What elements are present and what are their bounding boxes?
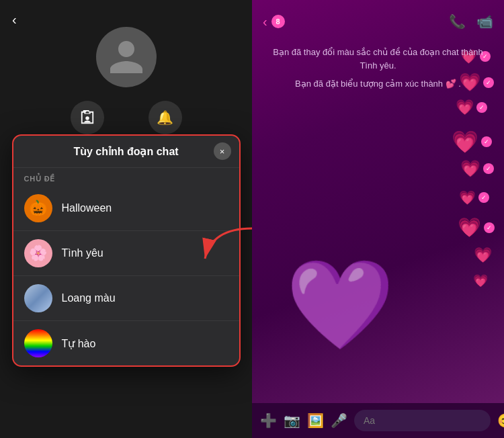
mic-icon[interactable]: 🎤 <box>331 412 347 429</box>
halloween-icon: 🎃 <box>24 194 52 222</box>
heart-6: 💗 ✓ <box>459 189 489 206</box>
modal-title: Tùy chỉnh đoạn chat <box>73 145 178 158</box>
avatar <box>96 27 157 87</box>
left-panel: ‹ Trang cá nhân 🔔 Tắt thông báo Ch... Tù… <box>0 0 252 438</box>
big-heart-decoration: 💜 <box>286 254 394 356</box>
photo-icon[interactable]: 🖼️ <box>307 412 324 429</box>
header-left: ‹ 8 <box>263 14 285 30</box>
tu-hao-icon <box>24 329 52 357</box>
right-back-button[interactable]: ‹ <box>263 14 267 30</box>
heart-9: 💗 <box>473 273 488 288</box>
loang-mau-icon <box>24 284 52 312</box>
system-message-1: Bạn đã thay đổi màu sắc chủ đề của đoạn … <box>265 46 491 72</box>
profile-icon <box>71 101 104 134</box>
right-panel: ‹ 8 📞 📹 Bạn đã thay đổi màu sắc chủ đề c… <box>252 0 504 438</box>
heart-7: 💗 ✓ <box>458 216 495 238</box>
modal-header: Tùy chỉnh đoạn chat × <box>13 136 239 168</box>
section-label: CHỦ ĐỀ <box>13 168 239 186</box>
modal-close-button[interactable]: × <box>214 142 231 160</box>
header-icons: 📞 📹 <box>449 13 493 30</box>
video-icon[interactable]: 📹 <box>476 13 493 30</box>
camera-icon[interactable]: 📷 <box>284 412 300 429</box>
theme-item-loang-mau[interactable]: Loang màu <box>13 276 239 321</box>
tinh-yeu-icon: 🌸 <box>24 239 52 267</box>
message-input[interactable] <box>354 410 491 431</box>
right-header: ‹ 8 📞 📹 <box>252 0 504 35</box>
modal-overlay: Tùy chỉnh đoạn chat × CHỦ ĐỀ 🎃 Halloween… <box>0 134 252 438</box>
customize-modal: Tùy chỉnh đoạn chat × CHỦ ĐỀ 🎃 Halloween… <box>12 134 241 367</box>
notify-icon: 🔔 <box>149 101 182 134</box>
add-icon[interactable]: ➕ <box>260 412 277 429</box>
emoji-button[interactable]: 😊 <box>497 412 504 429</box>
chat-messages: Bạn đã thay đổi màu sắc chủ đề của đoạn … <box>252 35 504 403</box>
heart-8: 💗 <box>474 247 492 264</box>
theme-item-tu-hao[interactable]: Tự hào <box>13 321 239 365</box>
heart-5: 💗 ✓ <box>460 159 494 178</box>
theme-item-tinh-yeu[interactable]: 🌸 Tình yêu <box>13 231 239 276</box>
tu-hao-label: Tự hào <box>62 337 96 350</box>
call-icon[interactable]: 📞 <box>449 13 466 30</box>
loang-mau-label: Loang màu <box>62 292 116 304</box>
tinh-yeu-label: Tình yêu <box>62 247 103 259</box>
bottom-bar: ➕ 📷 🖼️ 🎤 😊 💗 <box>252 403 504 438</box>
heart-2: 💗 ✓ <box>459 72 494 93</box>
svg-point-0 <box>86 116 90 120</box>
theme-item-halloween[interactable]: 🎃 Halloween <box>13 186 239 231</box>
heart-3: 💗 ✓ <box>456 99 487 116</box>
theme-list: 🎃 Halloween 🌸 Tình yêu Loang màu Tự hào <box>13 186 239 365</box>
back-button[interactable]: ‹ <box>12 12 17 28</box>
system-message-2: Bạn đã đặt biểu tượng cảm xúc thành 💕 . <box>295 77 461 91</box>
badge-count: 8 <box>271 15 285 28</box>
halloween-label: Halloween <box>62 202 112 214</box>
heart-4: 💗 ✓ <box>452 129 492 155</box>
